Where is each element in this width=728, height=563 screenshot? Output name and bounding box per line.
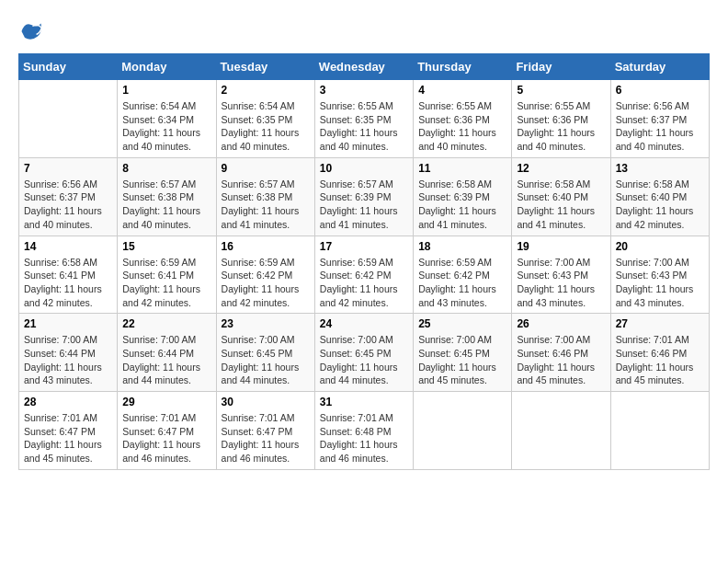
calendar-table: SundayMondayTuesdayWednesdayThursdayFrid… <box>18 53 710 470</box>
week-row-5: 28Sunrise: 7:01 AMSunset: 6:47 PMDayligh… <box>19 392 710 470</box>
day-cell: 13Sunrise: 6:58 AMSunset: 6:40 PMDayligh… <box>610 157 709 236</box>
day-number: 9 <box>222 162 310 175</box>
day-cell: 14Sunrise: 6:58 AMSunset: 6:41 PMDayligh… <box>19 236 118 314</box>
day-number: 12 <box>517 162 605 175</box>
day-cell: 24Sunrise: 7:00 AMSunset: 6:45 PMDayligh… <box>314 314 413 392</box>
day-info: Sunrise: 6:55 AMSunset: 6:36 PMDaylight:… <box>418 99 506 154</box>
day-cell <box>512 392 610 470</box>
day-number: 17 <box>320 240 408 253</box>
day-info: Sunrise: 7:01 AMSunset: 6:47 PMDaylight:… <box>122 411 210 465</box>
day-info: Sunrise: 6:56 AMSunset: 6:37 PMDaylight:… <box>616 99 704 154</box>
day-cell: 29Sunrise: 7:01 AMSunset: 6:47 PMDayligh… <box>118 392 216 470</box>
day-cell: 5Sunrise: 6:55 AMSunset: 6:36 PMDaylight… <box>512 80 610 158</box>
day-info: Sunrise: 6:58 AMSunset: 6:40 PMDaylight:… <box>616 178 704 232</box>
day-info: Sunrise: 6:54 AMSunset: 6:34 PMDaylight:… <box>122 99 210 154</box>
week-row-3: 14Sunrise: 6:58 AMSunset: 6:41 PMDayligh… <box>19 236 710 314</box>
day-info: Sunrise: 7:00 AMSunset: 6:45 PMDaylight:… <box>418 333 506 387</box>
day-number: 31 <box>320 396 408 408</box>
day-number: 22 <box>122 317 210 330</box>
day-number: 23 <box>222 317 310 330</box>
day-number: 5 <box>517 84 605 97</box>
day-cell: 12Sunrise: 6:58 AMSunset: 6:40 PMDayligh… <box>512 157 610 236</box>
day-info: Sunrise: 7:00 AMSunset: 6:45 PMDaylight:… <box>320 333 408 387</box>
day-cell: 7Sunrise: 6:56 AMSunset: 6:37 PMDaylight… <box>19 157 118 236</box>
day-info: Sunrise: 7:01 AMSunset: 6:46 PMDaylight:… <box>616 333 704 387</box>
day-number: 19 <box>517 240 605 253</box>
day-header-monday: Monday <box>118 54 216 80</box>
day-header-friday: Friday <box>512 54 610 80</box>
day-number: 27 <box>616 317 704 330</box>
day-info: Sunrise: 7:00 AMSunset: 6:45 PMDaylight:… <box>222 333 310 387</box>
day-number: 14 <box>24 240 112 253</box>
day-number: 11 <box>418 162 506 175</box>
day-info: Sunrise: 7:00 AMSunset: 6:43 PMDaylight:… <box>517 256 605 310</box>
day-cell: 22Sunrise: 7:00 AMSunset: 6:44 PMDayligh… <box>118 314 216 392</box>
day-cell: 8Sunrise: 6:57 AMSunset: 6:38 PMDaylight… <box>118 157 216 236</box>
day-number: 8 <box>122 162 210 175</box>
calendar-body: 1Sunrise: 6:54 AMSunset: 6:34 PMDaylight… <box>19 80 710 470</box>
day-cell: 11Sunrise: 6:58 AMSunset: 6:39 PMDayligh… <box>414 157 512 236</box>
day-number: 16 <box>222 240 310 253</box>
day-cell: 25Sunrise: 7:00 AMSunset: 6:45 PMDayligh… <box>414 314 512 392</box>
day-info: Sunrise: 6:57 AMSunset: 6:39 PMDaylight:… <box>320 178 408 232</box>
day-cell: 20Sunrise: 7:00 AMSunset: 6:43 PMDayligh… <box>610 236 709 314</box>
logo-icon <box>18 18 44 44</box>
day-cell: 3Sunrise: 6:55 AMSunset: 6:35 PMDaylight… <box>314 80 413 158</box>
day-number: 29 <box>122 396 210 408</box>
day-number: 10 <box>320 162 408 175</box>
day-cell <box>610 392 709 470</box>
day-cell: 4Sunrise: 6:55 AMSunset: 6:36 PMDaylight… <box>414 80 512 158</box>
day-header-saturday: Saturday <box>610 54 709 80</box>
day-info: Sunrise: 7:00 AMSunset: 6:44 PMDaylight:… <box>122 333 210 387</box>
day-cell: 30Sunrise: 7:01 AMSunset: 6:47 PMDayligh… <box>216 392 314 470</box>
day-cell: 28Sunrise: 7:01 AMSunset: 6:47 PMDayligh… <box>19 392 118 470</box>
day-number: 20 <box>616 240 704 253</box>
day-info: Sunrise: 6:57 AMSunset: 6:38 PMDaylight:… <box>222 178 310 232</box>
day-number: 30 <box>222 396 310 408</box>
day-cell: 27Sunrise: 7:01 AMSunset: 6:46 PMDayligh… <box>610 314 709 392</box>
logo <box>18 18 48 44</box>
day-number: 4 <box>418 84 506 97</box>
day-header-sunday: Sunday <box>19 54 118 80</box>
day-cell <box>414 392 512 470</box>
day-header-wednesday: Wednesday <box>314 54 413 80</box>
day-info: Sunrise: 6:56 AMSunset: 6:37 PMDaylight:… <box>24 178 112 232</box>
day-cell: 10Sunrise: 6:57 AMSunset: 6:39 PMDayligh… <box>314 157 413 236</box>
day-info: Sunrise: 6:59 AMSunset: 6:42 PMDaylight:… <box>320 256 408 310</box>
day-info: Sunrise: 7:00 AMSunset: 6:46 PMDaylight:… <box>517 333 605 387</box>
day-cell: 9Sunrise: 6:57 AMSunset: 6:38 PMDaylight… <box>216 157 314 236</box>
day-number: 1 <box>122 84 210 97</box>
day-info: Sunrise: 6:57 AMSunset: 6:38 PMDaylight:… <box>122 178 210 232</box>
day-number: 7 <box>24 162 112 175</box>
day-info: Sunrise: 7:00 AMSunset: 6:43 PMDaylight:… <box>616 256 704 310</box>
day-info: Sunrise: 6:55 AMSunset: 6:36 PMDaylight:… <box>517 99 605 154</box>
day-info: Sunrise: 6:59 AMSunset: 6:41 PMDaylight:… <box>122 256 210 310</box>
day-number: 2 <box>222 84 310 97</box>
day-number: 13 <box>616 162 704 175</box>
day-info: Sunrise: 6:58 AMSunset: 6:40 PMDaylight:… <box>517 178 605 232</box>
day-info: Sunrise: 7:01 AMSunset: 6:48 PMDaylight:… <box>320 411 408 465</box>
day-cell: 18Sunrise: 6:59 AMSunset: 6:42 PMDayligh… <box>414 236 512 314</box>
day-number: 15 <box>122 240 210 253</box>
day-header-tuesday: Tuesday <box>216 54 314 80</box>
week-row-4: 21Sunrise: 7:00 AMSunset: 6:44 PMDayligh… <box>19 314 710 392</box>
day-info: Sunrise: 6:58 AMSunset: 6:39 PMDaylight:… <box>418 178 506 232</box>
day-number: 18 <box>418 240 506 253</box>
day-cell: 23Sunrise: 7:00 AMSunset: 6:45 PMDayligh… <box>216 314 314 392</box>
day-cell: 16Sunrise: 6:59 AMSunset: 6:42 PMDayligh… <box>216 236 314 314</box>
day-info: Sunrise: 6:59 AMSunset: 6:42 PMDaylight:… <box>222 256 310 310</box>
day-cell: 17Sunrise: 6:59 AMSunset: 6:42 PMDayligh… <box>314 236 413 314</box>
day-cell: 31Sunrise: 7:01 AMSunset: 6:48 PMDayligh… <box>314 392 413 470</box>
day-info: Sunrise: 6:58 AMSunset: 6:41 PMDaylight:… <box>24 256 112 310</box>
day-cell: 15Sunrise: 6:59 AMSunset: 6:41 PMDayligh… <box>118 236 216 314</box>
day-info: Sunrise: 6:55 AMSunset: 6:35 PMDaylight:… <box>320 99 408 154</box>
day-cell: 21Sunrise: 7:00 AMSunset: 6:44 PMDayligh… <box>19 314 118 392</box>
day-cell: 19Sunrise: 7:00 AMSunset: 6:43 PMDayligh… <box>512 236 610 314</box>
week-row-2: 7Sunrise: 6:56 AMSunset: 6:37 PMDaylight… <box>19 157 710 236</box>
day-number: 25 <box>418 317 506 330</box>
day-number: 26 <box>517 317 605 330</box>
day-info: Sunrise: 7:01 AMSunset: 6:47 PMDaylight:… <box>24 411 112 465</box>
day-cell: 1Sunrise: 6:54 AMSunset: 6:34 PMDaylight… <box>118 80 216 158</box>
day-info: Sunrise: 6:54 AMSunset: 6:35 PMDaylight:… <box>222 99 310 154</box>
day-number: 28 <box>24 396 112 408</box>
